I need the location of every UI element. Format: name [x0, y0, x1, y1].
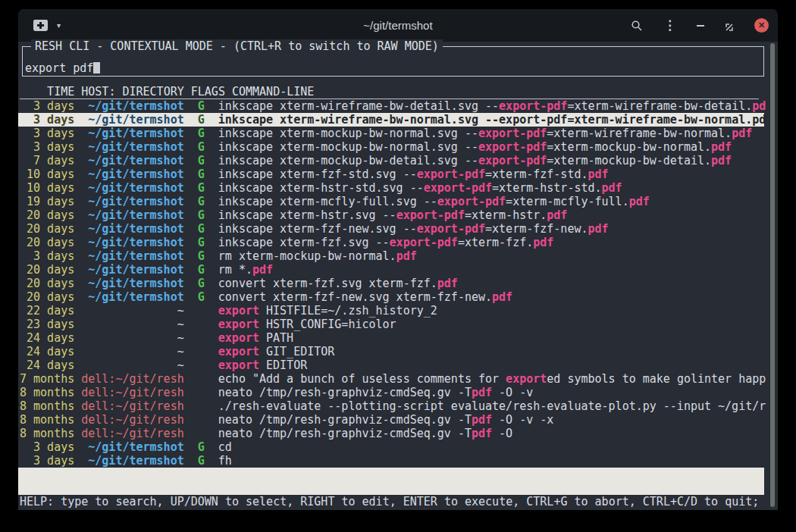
close-icon[interactable]: ✕	[754, 18, 769, 33]
row-directory: dell:~/git/resh	[81, 427, 183, 440]
row-flags: G	[198, 440, 205, 454]
row-flags: G	[198, 140, 205, 154]
row-command: inkscape xterm-mcfly-full.svg --export-p…	[218, 195, 650, 208]
row-time: 22 days	[20, 304, 74, 318]
history-row[interactable]: 20 days~/git/termshotGinkscape xterm-fzf…	[18, 236, 764, 249]
row-time: 24 days	[20, 345, 74, 358]
history-row[interactable]: 3 days~/git/termshotGcd	[18, 440, 764, 454]
row-command: convert xterm-fzf-new.svg xterm-fzf-new.…	[218, 290, 512, 304]
row-time: 23 days	[20, 318, 74, 331]
row-flags: G	[198, 454, 205, 468]
row-command: inkscape xterm-fzf-std.svg --export-pdf=…	[218, 167, 609, 181]
text-cursor	[93, 62, 100, 74]
resh-mode-title: RESH CLI - CONTEXTUAL MODE - (CTRL+R to …	[31, 39, 443, 53]
history-row-selected[interactable]: 3 days~/git/termshotGinkscape xterm-wire…	[18, 113, 764, 127]
row-command: convert xterm-fzf.svg xterm-fzf.pdf	[218, 277, 458, 290]
search-icon[interactable]	[631, 20, 643, 32]
row-command: fh	[218, 454, 232, 468]
row-time: 8 months	[20, 413, 74, 427]
row-command: export PATH	[218, 331, 293, 345]
history-row[interactable]: 20 days~/git/termshotGinkscape xterm-hst…	[18, 208, 764, 222]
terminal-window: ▾ ~/git/termshot ⋮ ✕ RESH	[18, 9, 778, 510]
row-directory: ~/git/termshot	[81, 236, 183, 249]
row-flags: G	[198, 195, 205, 208]
history-row[interactable]: 3 days~/git/termshotGrm xterm-mockup-bw-…	[18, 249, 764, 263]
row-command: inkscape xterm-hstr-std.svg --export-pdf…	[218, 181, 622, 195]
history-row[interactable]: 19 days~/git/termshotGinkscape xterm-mcf…	[18, 195, 764, 208]
row-directory: ~/git/termshot	[81, 113, 183, 127]
history-row[interactable]: 8 monthsdell:~/git/reshneato /tmp/resh-g…	[18, 427, 764, 440]
row-directory: ~/git/termshot	[81, 154, 183, 167]
row-directory: ~	[81, 318, 183, 331]
row-command: neato /tmp/resh-graphviz-cmdSeq.gv -Tpdf…	[218, 386, 533, 399]
row-flags: G	[198, 167, 205, 181]
history-row[interactable]: 20 days~/git/termshotGconvert xterm-fzf.…	[18, 277, 764, 290]
row-directory: dell:~/git/resh	[81, 386, 183, 399]
history-row[interactable]: 3 days~/git/termshotGinkscape xterm-wire…	[18, 99, 764, 113]
row-time: 7 days	[20, 154, 74, 167]
history-row[interactable]: 8 monthsdell:~/git/reshneato /tmp/resh-g…	[18, 386, 764, 399]
row-time: 7 months	[20, 372, 74, 386]
history-row[interactable]: 23 days~export HSTR_CONFIG=hicolor	[18, 318, 764, 331]
row-directory: ~/git/termshot	[81, 208, 183, 222]
row-time: 3 days	[20, 249, 74, 263]
row-time: 20 days	[20, 236, 74, 249]
row-flags: G	[198, 236, 205, 249]
row-command: ./resh-evaluate --plotting-script evalua…	[218, 399, 766, 413]
row-time: 24 days	[20, 331, 74, 345]
history-row[interactable]: 8 monthsdell:~/git/reshneato /tmp/resh-g…	[18, 413, 764, 427]
scrollbar[interactable]	[770, 43, 775, 507]
history-row[interactable]: 3 days~/git/termshotGinkscape xterm-mock…	[18, 140, 764, 154]
row-time: 19 days	[20, 195, 74, 208]
restore-icon[interactable]	[725, 21, 734, 30]
row-command: inkscape xterm-mockup-bw-normal.svg --ex…	[218, 127, 752, 140]
history-row[interactable]: 10 days~/git/termshotGinkscape xterm-hst…	[18, 181, 764, 195]
row-time: 3 days	[20, 140, 74, 154]
row-flags: G	[198, 113, 205, 127]
history-row[interactable]: 3 days~/git/termshotGfh	[18, 454, 764, 468]
row-time: 10 days	[20, 167, 74, 181]
history-row[interactable]: 22 days~export HISTFILE=~/.zsh_history_2	[18, 304, 764, 318]
history-row[interactable]: 20 days~/git/termshotGconvert xterm-fzf-…	[18, 290, 764, 304]
titlebar: ▾ ~/git/termshot ⋮ ✕	[18, 9, 778, 42]
row-directory: ~/git/termshot	[81, 222, 183, 236]
row-directory: ~	[81, 331, 183, 345]
history-row[interactable]: 3 days~/git/termshotGinkscape xterm-mock…	[18, 127, 764, 140]
row-directory: dell:~/git/resh	[81, 399, 183, 413]
history-row[interactable]: 7 monthsdell:~/git/reshecho "Add a bunch…	[18, 372, 764, 386]
status-bar: 2020-05-07 17:17:28 tower:~/git/termshot…	[18, 468, 764, 495]
row-directory: ~/git/termshot	[81, 249, 183, 263]
row-command: inkscape xterm-mockup-bw-detail.svg --ex…	[218, 154, 732, 167]
history-row[interactable]: 24 days~export GIT_EDITOR	[18, 345, 764, 358]
row-command: inkscape xterm-wireframe-bw-normal.svg -…	[218, 113, 766, 127]
row-flags: G	[198, 154, 205, 167]
row-flags: G	[198, 99, 205, 113]
row-time: 3 days	[20, 127, 74, 140]
history-row[interactable]: 20 days~/git/termshotGrm *.pdf	[18, 263, 764, 277]
row-command: inkscape xterm-fzf-new.svg --export-pdf=…	[218, 222, 609, 236]
row-time: 20 days	[20, 222, 74, 236]
search-input[interactable]: export pdf	[25, 61, 100, 75]
history-row[interactable]: 24 days~export PATH	[18, 331, 764, 345]
help-bar: HELP: type to search, UP/DOWN to select,…	[20, 495, 759, 509]
minimize-icon[interactable]	[697, 25, 704, 27]
row-directory: ~/git/termshot	[81, 440, 183, 454]
row-directory: ~/git/termshot	[81, 99, 183, 113]
history-row[interactable]: 20 days~/git/termshotGinkscape xterm-fzf…	[18, 222, 764, 236]
row-command: inkscape xterm-wireframe-bw-detail.svg -…	[218, 99, 766, 113]
history-row[interactable]: 7 days~/git/termshotGinkscape xterm-mock…	[18, 154, 764, 167]
row-flags: G	[198, 208, 205, 222]
row-time: 20 days	[20, 277, 74, 290]
row-flags: G	[198, 277, 205, 290]
history-row[interactable]: 8 monthsdell:~/git/resh./resh-evaluate -…	[18, 399, 764, 413]
row-flags: G	[198, 222, 205, 236]
row-flags: G	[198, 249, 205, 263]
history-row[interactable]: 24 days~export EDITOR	[18, 358, 764, 372]
kebab-menu-icon[interactable]: ⋮	[663, 17, 676, 33]
history-table-header: TIME HOST: DIRECTORY FLAGS COMMAND-LINE	[20, 85, 759, 99]
row-directory: ~/git/termshot	[81, 127, 183, 140]
history-row[interactable]: 10 days~/git/termshotGinkscape xterm-fzf…	[18, 167, 764, 181]
row-flags: G	[198, 263, 205, 277]
row-directory: ~	[81, 345, 183, 358]
row-directory: ~	[81, 358, 183, 372]
